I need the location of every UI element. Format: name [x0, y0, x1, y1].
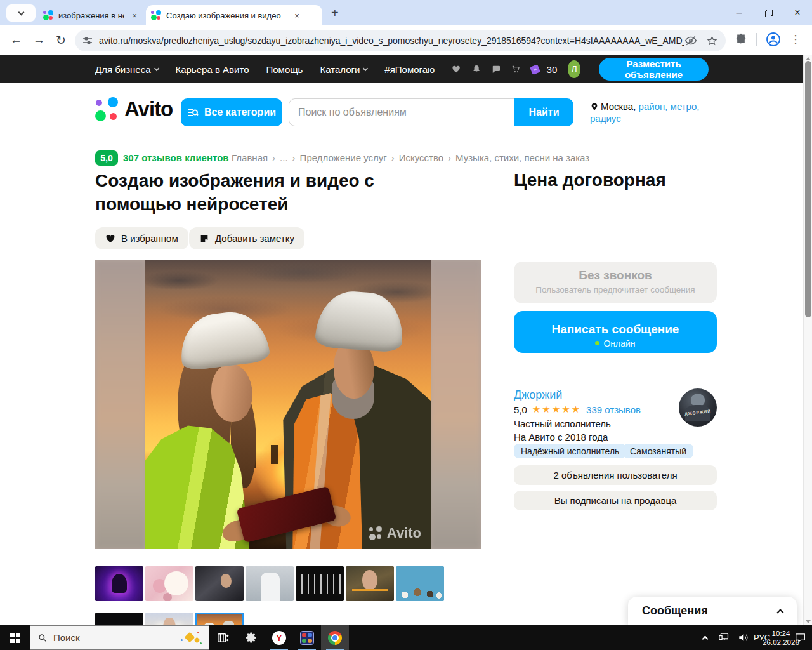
seller-name-link[interactable]: Джоржий	[514, 388, 562, 402]
listing-main-photo[interactable]: Avito	[95, 260, 481, 549]
notifications-button[interactable]	[792, 625, 808, 650]
favorite-button[interactable]: В избранном	[95, 227, 188, 249]
write-message-button[interactable]: Написать сообщение Онлайн	[514, 311, 717, 353]
site-header: Для бизнеса Карьера в Авито Помощь Катал…	[0, 55, 812, 83]
yandex-browser-button[interactable]: Y	[265, 625, 293, 650]
reviews-link[interactable]: 307 отзывов клиентов	[123, 152, 229, 163]
post-ad-button[interactable]: Разместить объявление	[599, 58, 709, 81]
location-pin-icon	[590, 102, 599, 111]
breadcrumb-art[interactable]: Искусство	[399, 152, 443, 163]
network-icon[interactable]	[716, 625, 732, 650]
user-avatar[interactable]: Л	[568, 60, 580, 78]
breadcrumb-ellipsis[interactable]: ...	[280, 152, 288, 163]
nav-catalogs[interactable]: Каталоги	[320, 64, 367, 75]
thumbnail-pink-balloons[interactable]	[145, 566, 193, 601]
extensions-icon[interactable]	[735, 33, 747, 46]
seller-reviews-link[interactable]: 339 отзывов	[586, 404, 641, 415]
clock[interactable]: 10:2426.02.2026	[773, 625, 789, 650]
back-button[interactable]: ←	[10, 33, 22, 47]
listing-title: Создаю изображения и видео с помощью ней…	[95, 169, 441, 216]
search-icon	[38, 633, 47, 642]
breadcrumb-separator: ›	[448, 152, 451, 163]
chrome-button-active[interactable]	[321, 625, 349, 650]
breadcrumb: Главная› ...› Предложение услуг› Искусст…	[232, 152, 589, 163]
nav-career[interactable]: Карьера в Авито	[176, 64, 249, 75]
all-categories-button[interactable]: Все категории	[181, 98, 282, 126]
start-button[interactable]	[0, 625, 30, 650]
forward-button[interactable]: →	[33, 33, 45, 47]
breadcrumb-separator: ›	[391, 152, 395, 163]
scroll-up-arrow[interactable]	[806, 57, 811, 60]
profile-avatar-icon[interactable]	[766, 32, 781, 47]
tray-expand-button[interactable]	[697, 625, 713, 650]
bonus-count[interactable]: 30	[547, 64, 558, 75]
seller-type: Частный исполнитель	[514, 418, 611, 429]
breadcrumb-services[interactable]: Предложение услуг	[300, 152, 387, 163]
thumbnail-sunset-workers-selected[interactable]	[195, 613, 244, 625]
rating-badge[interactable]: 5,0	[95, 150, 118, 166]
new-tab-button[interactable]: +	[331, 6, 339, 20]
location-selector[interactable]: Москва, район, метро, радиус	[590, 100, 710, 124]
settings-button[interactable]	[237, 625, 265, 650]
page-scrollbar[interactable]	[803, 55, 812, 625]
window-close-button[interactable]: ×	[783, 0, 812, 25]
nav-help[interactable]: Помощь	[266, 64, 303, 75]
chrome-icon	[328, 631, 342, 645]
favorites-heart-icon[interactable]	[452, 63, 461, 76]
search-submit-button[interactable]: Найти	[514, 98, 573, 126]
messages-chat-icon[interactable]	[492, 63, 501, 76]
breadcrumb-separator: ›	[292, 152, 296, 163]
browser-tab-inactive[interactable]: изображения в нейросети - А ×	[38, 5, 145, 25]
avito-logo[interactable]: Avito	[95, 97, 173, 121]
browser-toolbar: ← → ↻ avito.ru/moskva/predlozheniya_uslu…	[0, 25, 812, 55]
messages-panel[interactable]: Сообщения	[628, 597, 797, 625]
eye-off-icon[interactable]	[684, 34, 697, 47]
app-grid-icon	[300, 631, 314, 645]
taskbar-search-box[interactable]: Поиск	[30, 625, 209, 650]
thumbnail-promo-neon[interactable]	[95, 566, 143, 601]
subscribed-button[interactable]: Вы подписаны на продавца	[514, 491, 717, 510]
thumbnail-angel[interactable]	[145, 613, 193, 625]
browser-tab-active[interactable]: Создаю изображения и видео ×	[146, 5, 322, 25]
thumbnail-classic-portrait[interactable]	[346, 566, 394, 601]
cart-icon[interactable]	[511, 63, 520, 76]
notifications-bell-icon[interactable]	[472, 63, 481, 76]
seller-ads-button[interactable]: 2 объявления пользователя	[514, 465, 717, 485]
bonus-ticket-icon[interactable]	[530, 63, 540, 74]
breadcrumb-home[interactable]: Главная	[232, 152, 268, 163]
browser-menu-icon[interactable]: ⋮	[790, 32, 801, 46]
restore-icon	[765, 10, 771, 16]
tab-close-icon[interactable]: ×	[292, 11, 302, 20]
search-input[interactable]	[289, 98, 514, 126]
thumbnail-white-shirt[interactable]	[246, 566, 294, 601]
scrollbar-thumb[interactable]	[805, 61, 811, 317]
bookmark-star-icon[interactable]	[706, 35, 718, 47]
task-view-button[interactable]	[209, 625, 237, 650]
volume-icon[interactable]	[735, 625, 751, 650]
thumbnail-dogs[interactable]	[396, 566, 444, 601]
reload-button[interactable]: ↻	[56, 33, 66, 48]
app-grid-button[interactable]	[293, 625, 321, 650]
breadcrumb-music[interactable]: Музыка, стихи, песни на заказ	[455, 152, 589, 163]
nav-ihelp[interactable]: #яПомогаю	[384, 64, 435, 75]
thumbnail-studio-dark[interactable]	[95, 613, 143, 625]
avito-logo-text: Avito	[124, 97, 173, 121]
add-note-button[interactable]: Добавить заметку	[189, 227, 304, 249]
photo-scene: Avito	[145, 260, 431, 549]
scroll-down-arrow[interactable]	[806, 620, 811, 623]
thumbnail-bw-figures[interactable]	[296, 566, 344, 601]
seller-avatar[interactable]: ДЖОРЖИЙ	[679, 388, 717, 427]
nav-for-business[interactable]: Для бизнеса	[95, 64, 159, 75]
window-minimize-button[interactable]: –	[724, 0, 754, 25]
avito-logo-icon	[95, 97, 119, 121]
seller-score: 5,0	[514, 404, 527, 415]
photo-blur-left	[95, 260, 146, 549]
breadcrumb-separator: ›	[272, 152, 275, 163]
thumbnail-dark-portrait[interactable]	[195, 566, 244, 601]
site-settings-icon[interactable]	[82, 36, 93, 46]
tab-search-button[interactable]	[6, 4, 36, 22]
tab-close-icon[interactable]: ×	[129, 11, 140, 20]
address-bar[interactable]: avito.ru/moskva/predlozheniya_uslug/sozd…	[75, 30, 726, 51]
avito-favicon-icon	[151, 10, 161, 20]
window-restore-button[interactable]	[754, 0, 783, 25]
